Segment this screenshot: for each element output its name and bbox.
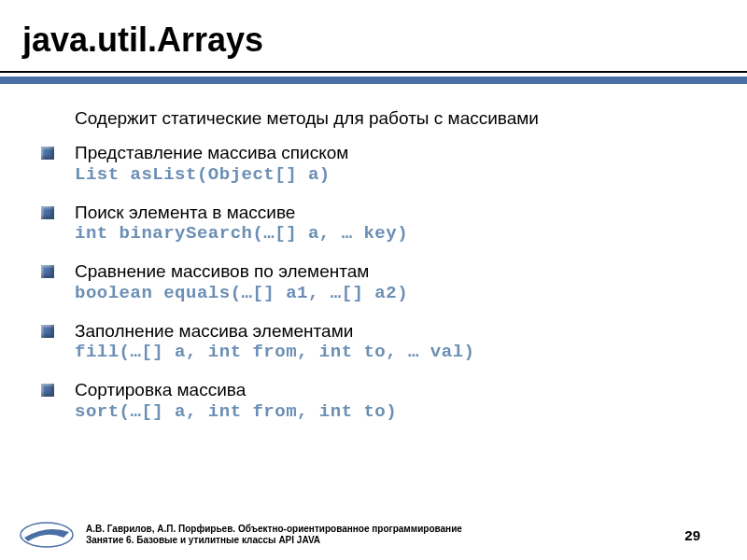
item-code: int binarySearch(…[] a, … key) (75, 223, 710, 245)
footer-logo-icon (19, 521, 75, 549)
list-item: Заполнение массива элементами fill(…[] a… (41, 320, 710, 365)
list-item: Сравнение массивов по элементам boolean … (41, 260, 710, 305)
list-item: Поиск элемента в массиве int binarySearc… (41, 202, 710, 246)
bullet-icon (41, 384, 54, 397)
bullet-icon (41, 206, 54, 219)
bullet-icon (41, 147, 54, 160)
item-code: boolean equals(…[] a1, …[] a2) (75, 283, 710, 305)
title-underline (0, 71, 747, 73)
page-number: 29 (684, 527, 700, 543)
accent-line (0, 77, 747, 84)
list-item: Сортировка массива sort(…[] a, int from,… (41, 379, 710, 424)
item-text: Сравнение массивов по элементам (75, 260, 710, 283)
item-code: List asList(Object[] a) (75, 164, 710, 187)
item-text: Представление массива списком (75, 142, 710, 164)
footer-line1: А.В. Гаврилов, А.П. Порфирьев. Объектно-… (86, 524, 684, 536)
list-item: Представление массива списком List asLis… (41, 142, 710, 187)
item-text: Поиск элемента в массиве (75, 202, 710, 224)
footer-text: А.В. Гаврилов, А.П. Порфирьев. Объектно-… (86, 524, 684, 547)
bullet-icon (41, 265, 54, 278)
footer-line2: Занятие 6. Базовые и утилитные классы AP… (86, 535, 684, 547)
item-code: sort(…[] a, int from, int to) (75, 401, 710, 424)
intro-text: Содержит статические методы для работы с… (75, 108, 710, 129)
item-text: Заполнение массива элементами (75, 320, 710, 343)
slide-title: java.util.Arrays (0, 0, 747, 71)
content-area: Содержит статические методы для работы с… (0, 95, 747, 424)
bullet-icon (41, 325, 54, 338)
item-code: fill(…[] a, int from, int to, … val) (75, 342, 710, 364)
footer: А.В. Гаврилов, А.П. Порфирьев. Объектно-… (19, 521, 728, 549)
item-text: Сортировка массива (75, 379, 710, 401)
